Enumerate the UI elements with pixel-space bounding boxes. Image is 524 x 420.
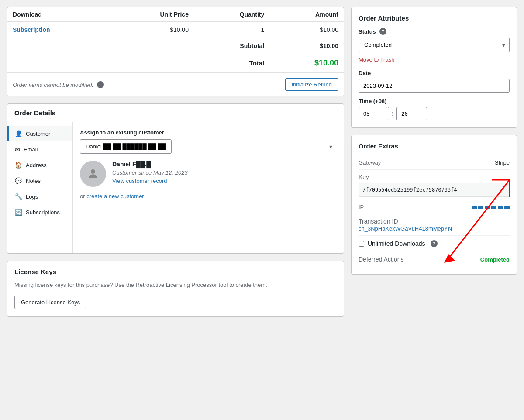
ip-dot-4 — [491, 206, 496, 209]
col-download: Download — [7, 7, 110, 22]
customer-since: Customer since May 12, 2023 — [112, 169, 188, 176]
order-attributes-card: Order Attributes Status ? Pending Proces… — [351, 7, 517, 128]
unlimited-downloads-label: Unlimited Downloads — [368, 240, 425, 247]
customer-name: Daniel F██.█ — [112, 161, 188, 168]
subscriptions-icon: 🔄 — [15, 209, 22, 216]
generate-license-keys-button[interactable]: Generate License Keys — [14, 296, 86, 309]
order-notice: Order items cannot be modified. ? Initia… — [7, 72, 344, 96]
total-label: Total — [110, 54, 269, 72]
table-row: Subscription $10.00 1 $10.00 — [7, 22, 344, 38]
sidebar-item-logs[interactable]: 🔧 Logs — [7, 189, 72, 204]
date-label: Date — [359, 70, 510, 76]
sidebar-item-notes-label: Notes — [26, 178, 41, 184]
assign-label: Assign to an existing customer — [80, 129, 337, 136]
transaction-section: Transaction ID ch_3NpHaKexWGaVuH418mMepY… — [359, 214, 510, 236]
col-quantity: Quantity — [194, 7, 269, 22]
sidebar-item-notes[interactable]: 💬 Notes — [7, 173, 72, 189]
subscription-link[interactable]: Subscription — [13, 26, 50, 33]
status-label: Status ? — [359, 28, 510, 35]
license-keys-title: License Keys — [14, 268, 337, 275]
create-new-customer-link[interactable]: create a new customer — [86, 193, 144, 200]
time-minutes-input[interactable] — [396, 107, 427, 120]
status-help-icon[interactable]: ? — [379, 28, 386, 35]
help-icon[interactable]: ? — [97, 81, 104, 88]
order-extras-title: Order Extras — [359, 142, 510, 150]
status-select-wrapper: Pending Processing Completed Cancelled R… — [359, 38, 510, 52]
customer-info: Daniel F██.█ Customer since May 12, 2023… — [80, 161, 337, 187]
status-select[interactable]: Pending Processing Completed Cancelled R… — [359, 38, 510, 52]
customer-dropdown-wrapper: Daniel ██ ██ ██████ ██ ██ ▾ — [80, 139, 337, 154]
key-section: Key 7f709554ed525199f2ec75870733f4 — [359, 170, 510, 200]
transaction-id-link[interactable]: ch_3NpHaKexWGaVuH418mMepYN — [359, 225, 452, 232]
avatar — [80, 161, 106, 187]
view-customer-record-link[interactable]: View customer record — [112, 178, 188, 184]
time-inputs: : — [359, 107, 510, 120]
svg-point-0 — [91, 169, 95, 174]
order-items-card: Download Unit Price Quantity Amount Subs… — [7, 7, 344, 96]
transaction-label: Transaction ID — [359, 218, 510, 225]
amount-cell: $10.00 — [269, 22, 344, 38]
ip-dots — [472, 206, 510, 209]
sidebar-item-customer[interactable]: 👤 Customer — [7, 126, 72, 141]
license-keys-description: Missing license keys for this purchase? … — [14, 281, 337, 289]
quantity-cell: 1 — [194, 22, 269, 38]
customer-icon: 👤 — [15, 130, 22, 137]
ip-dot-2 — [478, 206, 483, 209]
unlimited-downloads-checkbox[interactable] — [359, 241, 364, 247]
gateway-value: Stripe — [495, 159, 510, 166]
initialize-refund-button[interactable]: Initialize Refund — [285, 78, 339, 91]
time-colon: : — [392, 110, 394, 118]
order-extras-card: Order Extras Gateway Stripe Key 7f709554… — [351, 135, 517, 275]
key-label: Key — [359, 173, 510, 180]
address-icon: 🏠 — [15, 162, 22, 169]
unlimited-downloads-row: Unlimited Downloads ? — [359, 236, 510, 251]
date-input[interactable] — [359, 79, 510, 93]
order-details-body: 👤 Customer ✉ Email 🏠 Address 💬 Notes — [7, 122, 344, 253]
order-details-sidebar: 👤 Customer ✉ Email 🏠 Address 💬 Notes — [7, 122, 73, 253]
order-details-content: Assign to an existing customer Daniel ██… — [73, 122, 344, 253]
col-amount: Amount — [269, 7, 344, 22]
notes-icon: 💬 — [15, 177, 22, 184]
ip-label: IP — [359, 204, 364, 210]
gateway-label: Gateway — [359, 159, 381, 166]
chevron-down-icon: ▾ — [329, 143, 332, 150]
sidebar-item-address[interactable]: 🏠 Address — [7, 157, 72, 173]
sidebar-item-subscriptions-label: Subscriptions — [26, 209, 60, 216]
deferred-actions-label: Deferred Actions — [359, 256, 404, 263]
customer-dropdown[interactable]: Daniel ██ ██ ██████ ██ ██ — [80, 139, 172, 154]
time-label: Time (+08) — [359, 98, 510, 104]
deferred-actions-value: Completed — [480, 256, 510, 263]
col-unit-price: Unit Price — [110, 7, 194, 22]
order-table: Download Unit Price Quantity Amount Subs… — [7, 7, 344, 72]
subtotal-row: Subtotal $10.00 — [7, 38, 344, 54]
notice-text: Order items cannot be modified. — [13, 81, 93, 88]
order-details-title: Order Details — [7, 104, 344, 122]
ip-row: IP — [359, 200, 510, 214]
ip-dot-3 — [485, 206, 490, 209]
sidebar-item-address-label: Address — [26, 162, 47, 169]
sidebar-item-email-label: Email — [24, 146, 38, 153]
order-details-card: Order Details 👤 Customer ✉ Email 🏠 Addre… — [7, 103, 344, 254]
ip-dot-1 — [472, 206, 477, 209]
subtotal-label: Subtotal — [110, 38, 269, 54]
logs-icon: 🔧 — [15, 193, 22, 200]
ip-dot-5 — [498, 206, 503, 209]
sidebar-item-email[interactable]: ✉ Email — [7, 141, 72, 157]
sidebar-item-subscriptions[interactable]: 🔄 Subscriptions — [7, 204, 72, 220]
email-icon: ✉ — [15, 146, 20, 153]
key-value: 7f709554ed525199f2ec75870733f4 — [359, 183, 510, 197]
unlimited-downloads-help-icon[interactable]: ? — [431, 240, 438, 247]
customer-details: Daniel F██.█ Customer since May 12, 2023… — [112, 161, 188, 184]
subtotal-value: $10.00 — [269, 38, 344, 54]
customer-select-row: Daniel ██ ██ ██████ ██ ██ ▾ — [80, 139, 337, 154]
move-to-trash-link[interactable]: Move to Trash — [359, 56, 510, 63]
gateway-row: Gateway Stripe — [359, 156, 510, 170]
license-keys-card: License Keys Missing license keys for th… — [7, 261, 344, 317]
time-hours-input[interactable] — [359, 107, 389, 120]
ip-dot-6 — [504, 206, 510, 209]
deferred-actions-row: Deferred Actions Completed — [359, 251, 510, 267]
sidebar-item-customer-label: Customer — [26, 131, 50, 137]
create-new-prefix: or — [80, 193, 85, 200]
create-new-customer: or create a new customer — [80, 193, 337, 200]
unit-price-cell: $10.00 — [110, 22, 194, 38]
